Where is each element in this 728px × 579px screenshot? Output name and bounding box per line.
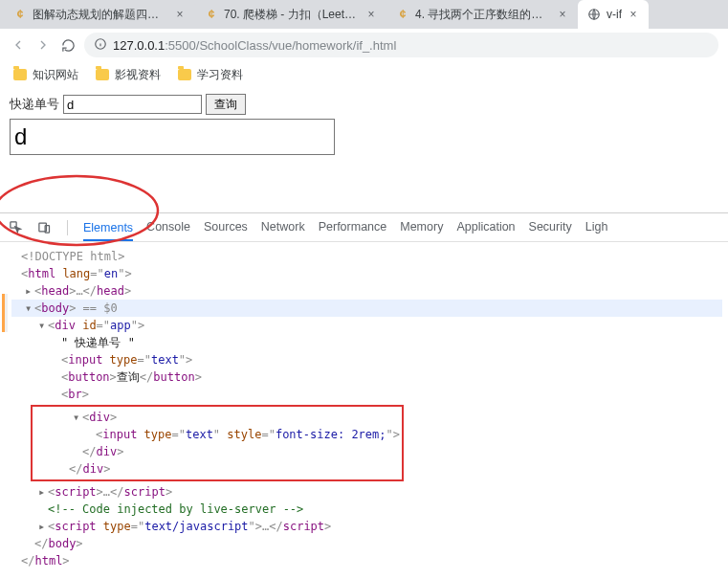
bookmark-item-0[interactable]: 知识网站 [13, 67, 78, 83]
tracking-label: 快递单号 [10, 96, 59, 113]
dom-line[interactable]: <br> [11, 386, 722, 403]
inspect-icon[interactable] [8, 220, 23, 235]
bookmark-label: 知识网站 [33, 67, 78, 83]
result-input[interactable] [10, 119, 335, 155]
devtools-panel: Elements Console Sources Network Perform… [0, 212, 728, 579]
leetcode-favicon-icon: ¢ [205, 8, 218, 21]
dom-line-selected[interactable]: ▾<body> == $0 [11, 300, 722, 317]
dom-line[interactable]: ▾<div> [33, 409, 402, 426]
dom-line[interactable]: <input type="text"> [11, 351, 722, 368]
dom-line[interactable]: ▸<head>…</head> [11, 282, 722, 300]
dom-line[interactable]: ▾<div id="app"> [11, 317, 722, 334]
bookmark-item-2[interactable]: 学习资料 [178, 67, 243, 83]
close-icon[interactable]: × [174, 9, 186, 20]
leetcode-favicon-icon: ¢ [396, 8, 409, 21]
bookmark-label: 影视资料 [115, 67, 161, 83]
dom-line[interactable]: <!DOCTYPE html> [11, 248, 722, 265]
devtools-toolbar: Elements Console Sources Network Perform… [0, 213, 728, 242]
dom-line[interactable]: ▸<script type="text/javascript">…</scrip… [11, 518, 722, 535]
devtools-tab-console[interactable]: Console [146, 220, 190, 235]
page-content: 快递单号 查询 [0, 88, 728, 212]
separator [67, 220, 68, 235]
forward-button[interactable] [34, 36, 52, 54]
browser-toolbar: 127.0.0.1:5500/SchoolClass/vue/homework/… [0, 29, 728, 61]
tab-title: v-if [607, 8, 622, 21]
folder-icon [13, 69, 27, 80]
close-icon[interactable]: × [628, 9, 639, 20]
dom-line[interactable]: </body> [11, 535, 722, 552]
dom-line[interactable]: </html> [11, 552, 722, 569]
devtools-tab-application[interactable]: Application [456, 220, 515, 235]
browser-tab-3[interactable]: v-if × [578, 0, 649, 29]
info-icon[interactable] [94, 37, 107, 54]
tab-title: 4. 寻找两个正序数组的中位数 - [415, 7, 551, 23]
devtools-tab-lighthouse[interactable]: Ligh [585, 220, 608, 235]
browser-tab-strip: ¢ 图解动态规划的解题四步骤（C+ × ¢ 70. 爬楼梯 - 力扣（LeetC… [0, 0, 728, 29]
devtools-tab-network[interactable]: Network [261, 220, 305, 235]
elements-tree[interactable]: <!DOCTYPE html> <html lang="en"> ▸<head>… [0, 242, 728, 579]
dom-line[interactable]: <!-- Code injected by live-server --> [11, 501, 722, 518]
tracking-input[interactable] [63, 95, 202, 114]
browser-tab-2[interactable]: ¢ 4. 寻找两个正序数组的中位数 - × [386, 0, 578, 29]
dom-line[interactable]: " 快递单号 " [11, 334, 722, 351]
folder-icon [178, 69, 191, 80]
devtools-tab-memory[interactable]: Memory [400, 220, 443, 235]
tab-title: 70. 爬楼梯 - 力扣（LeetCode） [224, 7, 360, 23]
query-button[interactable]: 查询 [206, 94, 246, 115]
address-bar[interactable]: 127.0.0.1:5500/SchoolClass/vue/homework/… [84, 33, 718, 57]
device-toggle-icon[interactable] [36, 220, 52, 235]
bookmark-label: 学习资料 [197, 67, 243, 83]
close-icon[interactable]: × [557, 9, 568, 20]
url-text: 127.0.0.1:5500/SchoolClass/vue/homework/… [113, 38, 396, 53]
tab-title: 图解动态规划的解题四步骤（C+ [33, 7, 168, 23]
dom-line[interactable]: <input type="text" style="font-size: 2re… [33, 426, 402, 443]
devtools-tab-sources[interactable]: Sources [204, 220, 248, 235]
devtools-tab-performance[interactable]: Performance [319, 220, 387, 235]
browser-tab-0[interactable]: ¢ 图解动态规划的解题四步骤（C+ × [4, 0, 195, 29]
folder-icon [96, 69, 109, 80]
close-icon[interactable]: × [365, 9, 377, 20]
browser-tab-1[interactable]: ¢ 70. 爬楼梯 - 力扣（LeetCode） × [195, 0, 386, 29]
dom-line[interactable]: <button>查询</button> [11, 368, 722, 386]
dom-line[interactable]: </div> [33, 443, 402, 460]
dom-line[interactable]: <html lang="en"> [11, 265, 722, 282]
devtools-tab-security[interactable]: Security [529, 220, 572, 235]
dom-line[interactable]: </div> [33, 460, 402, 478]
bookmark-item-1[interactable]: 影视资料 [96, 67, 161, 83]
reload-button[interactable] [59, 36, 77, 54]
leetcode-favicon-icon: ¢ [13, 8, 27, 21]
annotation-box: ▾<div> <input type="text" style="font-si… [31, 405, 404, 481]
bookmarks-bar: 知识网站 影视资料 学习资料 [0, 61, 728, 88]
devtools-tab-elements[interactable]: Elements [83, 221, 133, 241]
globe-favicon-icon [587, 8, 601, 21]
dom-line[interactable]: ▸<script>…</script> [11, 483, 722, 501]
back-button[interactable] [10, 36, 27, 54]
